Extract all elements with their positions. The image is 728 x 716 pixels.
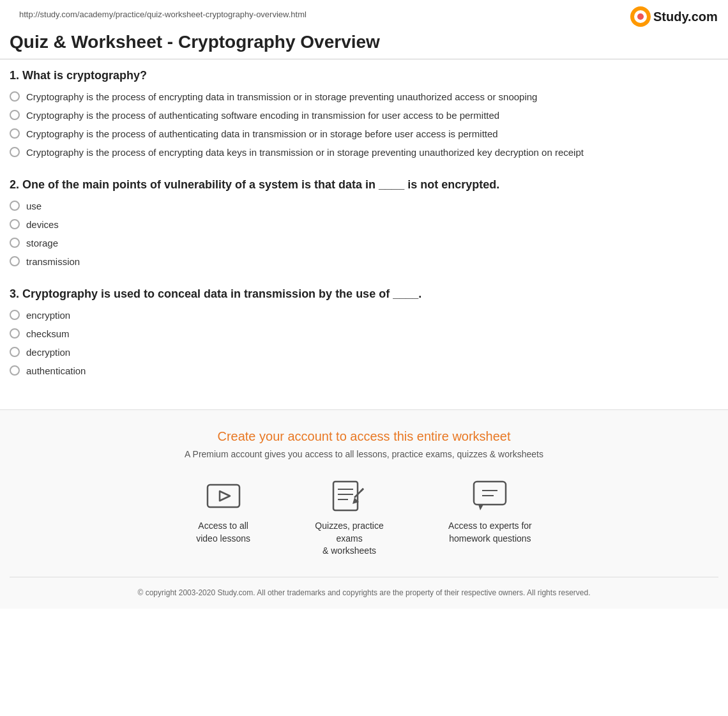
- page-title: Quiz & Worksheet - Cryptography Overview: [0, 22, 728, 59]
- question-2-option-4[interactable]: transmission: [10, 255, 718, 268]
- option-text: devices: [26, 218, 59, 231]
- copyright: © copyright 2003-2020 Study.com. All oth…: [10, 577, 718, 599]
- expert-chat-icon: [471, 478, 509, 514]
- option-text: use: [26, 199, 42, 213]
- radio-circle[interactable]: [10, 238, 20, 248]
- option-text: encryption: [26, 308, 70, 322]
- option-text: decryption: [26, 346, 70, 359]
- question-1-text: 1. What is cryptography?: [10, 69, 718, 82]
- study-com-logo: Study.com: [629, 5, 718, 28]
- question-1-option-3[interactable]: Cryptography is the process of authentic…: [10, 127, 718, 141]
- radio-circle[interactable]: [10, 365, 20, 376]
- radio-circle[interactable]: [10, 328, 20, 339]
- question-1: 1. What is cryptography?Cryptography is …: [10, 69, 718, 159]
- radio-circle[interactable]: [10, 219, 20, 229]
- option-text: authentication: [26, 364, 86, 377]
- feature-expert-label: Access to experts forhomework questions: [448, 520, 532, 545]
- footer-cta-title: Create your account to access this entir…: [10, 429, 718, 444]
- quiz-content: 1. What is cryptography?Cryptography is …: [0, 59, 728, 410]
- quiz-icon: [330, 478, 368, 514]
- feature-video: Access to allvideo lessons: [196, 478, 250, 558]
- logo: Study.com: [629, 5, 718, 30]
- question-2-option-3[interactable]: storage: [10, 236, 718, 250]
- question-3-text: 3. Cryptography is used to conceal data …: [10, 287, 718, 301]
- question-3-option-4[interactable]: authentication: [10, 364, 718, 377]
- option-text: Cryptography is the process of encryptin…: [26, 90, 537, 103]
- features-row: Access to allvideo lessons Quizzes, prac…: [10, 478, 718, 558]
- footer-section: Create your account to access this entir…: [0, 410, 728, 609]
- question-1-option-1[interactable]: Cryptography is the process of encryptin…: [10, 90, 718, 103]
- svg-rect-7: [333, 482, 358, 510]
- svg-marker-6: [220, 491, 230, 501]
- feature-quiz: Quizzes, practice exams& worksheets: [301, 478, 397, 558]
- svg-text:Study.com: Study.com: [653, 10, 718, 24]
- radio-circle[interactable]: [10, 147, 20, 157]
- question-1-option-2[interactable]: Cryptography is the process of authentic…: [10, 109, 718, 122]
- radio-circle[interactable]: [10, 128, 20, 139]
- question-3: 3. Cryptography is used to conceal data …: [10, 287, 718, 377]
- radio-circle[interactable]: [10, 91, 20, 102]
- question-1-option-4[interactable]: Cryptography is the process of encryptin…: [10, 146, 718, 159]
- question-3-option-1[interactable]: encryption: [10, 308, 718, 322]
- radio-circle[interactable]: [10, 256, 20, 266]
- feature-video-label: Access to allvideo lessons: [196, 520, 250, 545]
- question-2-text: 2. One of the main points of vulnerabili…: [10, 178, 718, 192]
- footer-cta-sub: A Premium account gives you access to al…: [10, 449, 718, 459]
- video-play-icon: [204, 478, 243, 514]
- radio-circle[interactable]: [10, 110, 20, 120]
- radio-circle[interactable]: [10, 201, 20, 211]
- question-3-option-3[interactable]: decryption: [10, 346, 718, 359]
- question-2: 2. One of the main points of vulnerabili…: [10, 178, 718, 268]
- option-text: checksum: [26, 327, 70, 340]
- svg-rect-5: [208, 485, 239, 507]
- feature-expert: Access to experts forhomework questions: [448, 478, 532, 558]
- svg-line-13: [361, 489, 363, 491]
- question-3-option-2[interactable]: checksum: [10, 327, 718, 340]
- url-bar: http://study.com/academy/practice/quiz-w…: [10, 3, 718, 22]
- question-2-option-2[interactable]: devices: [10, 218, 718, 231]
- option-text: Cryptography is the process of authentic…: [26, 109, 499, 122]
- option-text: transmission: [26, 255, 80, 268]
- option-text: Cryptography is the process of authentic…: [26, 127, 498, 141]
- svg-rect-14: [474, 482, 506, 505]
- svg-marker-17: [478, 505, 483, 510]
- radio-circle[interactable]: [10, 347, 20, 357]
- feature-quiz-label: Quizzes, practice exams& worksheets: [301, 520, 397, 558]
- option-text: storage: [26, 236, 58, 250]
- question-2-option-1[interactable]: use: [10, 199, 718, 213]
- option-text: Cryptography is the process of encryptin…: [26, 146, 584, 159]
- radio-circle[interactable]: [10, 310, 20, 320]
